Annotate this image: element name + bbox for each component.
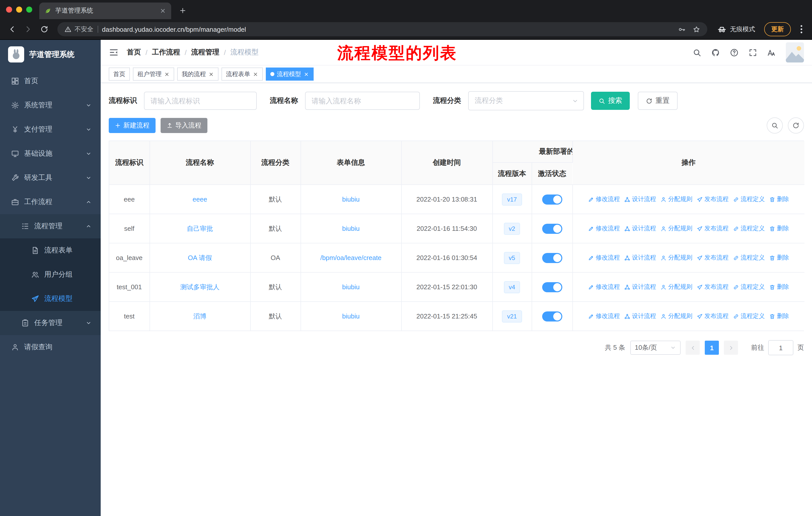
form-info-link[interactable]: biubiu xyxy=(342,195,359,203)
action-delete[interactable]: 删除 xyxy=(770,283,789,291)
breadcrumb-item[interactable]: 首页 xyxy=(127,48,141,57)
activation-toggle[interactable] xyxy=(542,311,562,321)
search-button[interactable]: 搜索 xyxy=(591,92,630,110)
action-definition[interactable]: 流程定义 xyxy=(733,312,765,321)
activation-toggle[interactable] xyxy=(542,223,562,234)
next-page-button[interactable] xyxy=(724,341,738,355)
view-tag-my-process[interactable]: 我的流程 xyxy=(177,67,219,81)
breadcrumb-item[interactable]: 流程管理 xyxy=(191,48,220,57)
browser-menu-icon[interactable] xyxy=(796,24,807,35)
process-name-input[interactable] xyxy=(305,92,420,110)
password-key-icon[interactable] xyxy=(678,25,686,33)
address-bar[interactable]: 不安全 dashboard.yudao.iocoder.cn/bpm/manag… xyxy=(57,22,707,36)
action-delete[interactable]: 删除 xyxy=(770,195,789,203)
sidebar-item-home[interactable]: 首页 xyxy=(0,69,101,93)
activation-toggle[interactable] xyxy=(542,282,562,292)
sidebar-item-system-management[interactable]: 系统管理 xyxy=(0,93,101,117)
action-assign-rules[interactable]: 分配规则 xyxy=(661,312,692,321)
action-definition[interactable]: 流程定义 xyxy=(733,283,765,291)
action-definition[interactable]: 流程定义 xyxy=(733,195,765,203)
close-icon[interactable] xyxy=(208,71,214,77)
goto-page-input[interactable] xyxy=(768,340,793,355)
action-design[interactable]: 设计流程 xyxy=(625,253,656,262)
close-icon[interactable] xyxy=(253,71,258,77)
browser-tab[interactable]: 芋道管理系统 xyxy=(39,2,171,19)
view-tag-tenant-management[interactable]: 租户管理 xyxy=(133,67,174,81)
action-definition[interactable]: 流程定义 xyxy=(733,253,765,262)
sidebar-item-task-management[interactable]: 任务管理 xyxy=(0,311,101,335)
action-assign-rules[interactable]: 分配规则 xyxy=(661,224,692,233)
action-modify[interactable]: 修改流程 xyxy=(588,224,620,233)
action-definition[interactable]: 流程定义 xyxy=(733,224,765,233)
fullscreen-icon[interactable] xyxy=(749,48,757,57)
window-close-button[interactable] xyxy=(6,6,12,12)
action-publish[interactable]: 发布流程 xyxy=(697,283,729,291)
security-status[interactable]: 不安全 xyxy=(64,25,93,33)
sidebar-item-payment-management[interactable]: 支付管理 xyxy=(0,117,101,142)
prev-page-button[interactable] xyxy=(686,341,700,355)
action-delete[interactable]: 删除 xyxy=(770,253,789,262)
sidebar-item-process-form[interactable]: 流程表单 xyxy=(0,238,101,263)
view-tag-process-model[interactable]: 流程模型 xyxy=(266,67,314,81)
window-zoom-button[interactable] xyxy=(26,6,32,12)
form-info-link[interactable]: biubiu xyxy=(342,313,359,320)
action-assign-rules[interactable]: 分配规则 xyxy=(661,195,692,203)
sidebar-item-process-management[interactable]: 流程管理 xyxy=(0,214,101,238)
sidebar-item-dev-tools[interactable]: 研发工具 xyxy=(0,166,101,190)
action-assign-rules[interactable]: 分配规则 xyxy=(661,283,692,291)
action-design[interactable]: 设计流程 xyxy=(625,224,656,233)
action-design[interactable]: 设计流程 xyxy=(625,283,656,291)
browser-update-button[interactable]: 更新 xyxy=(764,22,791,36)
view-tag-home[interactable]: 首页 xyxy=(109,67,130,81)
sidebar-item-infrastructure[interactable]: 基础设施 xyxy=(0,142,101,166)
form-info-link[interactable]: biubiu xyxy=(342,283,359,291)
app-logo[interactable]: 芋道管理系统 xyxy=(0,40,101,69)
action-publish[interactable]: 发布流程 xyxy=(697,253,729,262)
new-tab-button[interactable] xyxy=(176,4,189,17)
activation-toggle[interactable] xyxy=(542,253,562,263)
search-icon[interactable] xyxy=(693,48,701,57)
avatar[interactable] xyxy=(786,42,804,62)
process-name-link[interactable]: 测试多审批人 xyxy=(180,283,220,291)
action-design[interactable]: 设计流程 xyxy=(625,312,656,321)
toggle-search-button[interactable] xyxy=(767,117,783,134)
sidebar-fold-icon[interactable] xyxy=(109,47,119,57)
form-info-link[interactable]: biubiu xyxy=(342,225,359,232)
reset-button[interactable]: 重置 xyxy=(638,92,677,110)
sidebar-item-process-model[interactable]: 流程模型 xyxy=(0,287,101,311)
refresh-table-button[interactable] xyxy=(788,117,804,134)
window-minimize-button[interactable] xyxy=(16,6,22,12)
tab-close-icon[interactable] xyxy=(160,7,166,14)
github-icon[interactable] xyxy=(711,48,720,57)
view-tag-process-form[interactable]: 流程表单 xyxy=(222,67,263,81)
page-size-select[interactable]: 10条/页 xyxy=(630,341,680,355)
action-publish[interactable]: 发布流程 xyxy=(697,195,729,203)
import-process-button[interactable]: 导入流程 xyxy=(161,118,207,133)
sidebar-item-workflow[interactable]: 工作流程 xyxy=(0,190,101,214)
form-info-link[interactable]: /bpm/oa/leave/create xyxy=(320,254,382,262)
reload-button[interactable] xyxy=(37,22,51,36)
breadcrumb-item[interactable]: 工作流程 xyxy=(152,48,180,57)
help-icon[interactable] xyxy=(730,48,738,57)
process-name-link[interactable]: 滔博 xyxy=(193,312,206,320)
process-category-select[interactable]: 流程分类 xyxy=(468,91,584,110)
action-publish[interactable]: 发布流程 xyxy=(697,224,729,233)
action-publish[interactable]: 发布流程 xyxy=(697,312,729,321)
process-name-link[interactable]: eeee xyxy=(193,195,207,203)
create-process-button[interactable]: 新建流程 xyxy=(109,118,155,133)
process-name-link[interactable]: 自己审批 xyxy=(187,224,213,232)
sidebar-item-leave-query[interactable]: 请假查询 xyxy=(0,335,101,359)
action-modify[interactable]: 修改流程 xyxy=(588,195,620,203)
action-assign-rules[interactable]: 分配规则 xyxy=(661,253,692,262)
close-icon[interactable] xyxy=(164,71,170,77)
activation-toggle[interactable] xyxy=(542,194,562,204)
sidebar-item-user-group[interactable]: 用户分组 xyxy=(0,263,101,287)
forward-button[interactable] xyxy=(21,22,35,36)
action-modify[interactable]: 修改流程 xyxy=(588,312,620,321)
close-icon[interactable] xyxy=(303,71,309,77)
action-design[interactable]: 设计流程 xyxy=(625,195,656,203)
back-button[interactable] xyxy=(5,22,19,36)
page-number-1[interactable]: 1 xyxy=(705,341,719,355)
action-modify[interactable]: 修改流程 xyxy=(588,253,620,262)
action-delete[interactable]: 删除 xyxy=(770,224,789,233)
